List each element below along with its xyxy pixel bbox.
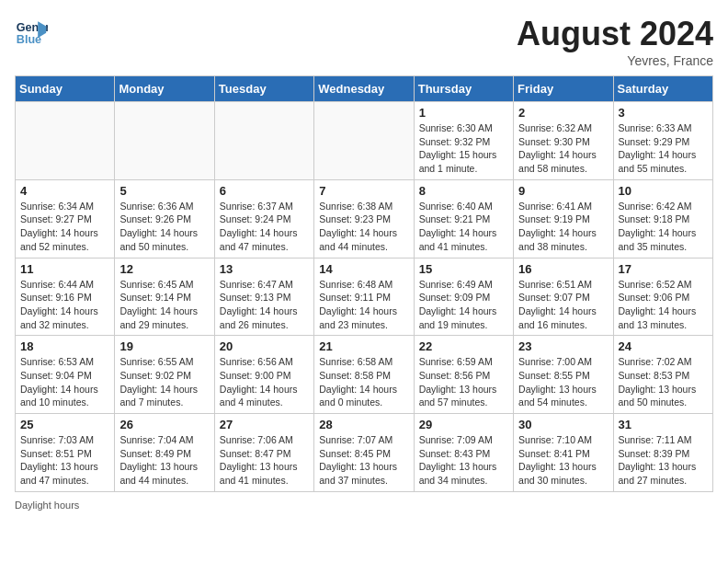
calendar-day-header: Sunday bbox=[16, 76, 115, 102]
day-info: Sunrise: 7:10 AM Sunset: 8:41 PM Dayligh… bbox=[518, 433, 608, 488]
day-number: 23 bbox=[518, 339, 608, 353]
day-info: Sunrise: 6:45 AM Sunset: 9:14 PM Dayligh… bbox=[119, 278, 209, 332]
day-info: Sunrise: 6:51 AM Sunset: 9:07 PM Dayligh… bbox=[518, 278, 608, 332]
day-number: 3 bbox=[619, 106, 708, 120]
calendar-cell: 27Sunrise: 7:06 AM Sunset: 8:47 PM Dayli… bbox=[214, 414, 313, 492]
footer-note: Daylight hours bbox=[15, 500, 713, 511]
day-info: Sunrise: 6:37 AM Sunset: 9:24 PM Dayligh… bbox=[220, 200, 309, 254]
day-number: 11 bbox=[20, 262, 109, 276]
day-number: 28 bbox=[319, 418, 408, 431]
calendar-cell: 9Sunrise: 6:41 AM Sunset: 9:19 PM Daylig… bbox=[514, 179, 613, 258]
page-header: General Blue August 2024 Yevres, France bbox=[15, 15, 713, 68]
day-number: 2 bbox=[518, 106, 608, 120]
calendar-cell: 29Sunrise: 7:09 AM Sunset: 8:43 PM Dayli… bbox=[414, 414, 513, 492]
calendar-cell: 12Sunrise: 6:45 AM Sunset: 9:14 PM Dayli… bbox=[115, 258, 214, 336]
day-info: Sunrise: 7:04 AM Sunset: 8:49 PM Dayligh… bbox=[119, 433, 209, 488]
day-info: Sunrise: 6:47 AM Sunset: 9:13 PM Dayligh… bbox=[220, 278, 309, 332]
calendar-cell: 25Sunrise: 7:03 AM Sunset: 8:51 PM Dayli… bbox=[16, 414, 115, 492]
calendar-week-row: 11Sunrise: 6:44 AM Sunset: 9:16 PM Dayli… bbox=[16, 258, 713, 336]
month-year: August 2024 bbox=[517, 15, 713, 53]
title-block: August 2024 Yevres, France bbox=[517, 15, 713, 68]
day-info: Sunrise: 6:38 AM Sunset: 9:23 PM Dayligh… bbox=[319, 200, 408, 254]
day-info: Sunrise: 6:33 AM Sunset: 9:29 PM Dayligh… bbox=[619, 121, 708, 176]
calendar-cell: 8Sunrise: 6:40 AM Sunset: 9:21 PM Daylig… bbox=[414, 179, 513, 258]
calendar-cell: 10Sunrise: 6:42 AM Sunset: 9:18 PM Dayli… bbox=[613, 179, 712, 258]
day-info: Sunrise: 6:49 AM Sunset: 9:09 PM Dayligh… bbox=[419, 278, 508, 332]
calendar-cell: 20Sunrise: 6:56 AM Sunset: 9:00 PM Dayli… bbox=[214, 336, 313, 414]
day-info: Sunrise: 7:07 AM Sunset: 8:45 PM Dayligh… bbox=[319, 433, 408, 488]
calendar-header-row: SundayMondayTuesdayWednesdayThursdayFrid… bbox=[16, 76, 713, 102]
day-info: Sunrise: 7:11 AM Sunset: 8:39 PM Dayligh… bbox=[619, 433, 708, 488]
day-number: 30 bbox=[518, 418, 608, 431]
calendar-cell: 16Sunrise: 6:51 AM Sunset: 9:07 PM Dayli… bbox=[514, 258, 613, 336]
day-info: Sunrise: 6:59 AM Sunset: 8:56 PM Dayligh… bbox=[419, 355, 508, 409]
calendar-cell: 4Sunrise: 6:34 AM Sunset: 9:27 PM Daylig… bbox=[16, 179, 115, 258]
calendar-cell: 18Sunrise: 6:53 AM Sunset: 9:04 PM Dayli… bbox=[16, 336, 115, 414]
day-number: 27 bbox=[220, 418, 309, 431]
day-number: 29 bbox=[419, 418, 508, 431]
day-number: 13 bbox=[220, 262, 309, 276]
logo: General Blue bbox=[15, 15, 48, 48]
calendar-cell: 7Sunrise: 6:38 AM Sunset: 9:23 PM Daylig… bbox=[314, 179, 414, 258]
day-info: Sunrise: 6:44 AM Sunset: 9:16 PM Dayligh… bbox=[20, 278, 109, 332]
calendar-cell: 28Sunrise: 7:07 AM Sunset: 8:45 PM Dayli… bbox=[314, 414, 414, 492]
day-info: Sunrise: 6:53 AM Sunset: 9:04 PM Dayligh… bbox=[20, 355, 109, 409]
day-info: Sunrise: 6:58 AM Sunset: 8:58 PM Dayligh… bbox=[319, 355, 408, 409]
calendar-cell bbox=[314, 102, 414, 180]
calendar-cell bbox=[16, 102, 115, 180]
calendar-cell: 3Sunrise: 6:33 AM Sunset: 9:29 PM Daylig… bbox=[613, 102, 712, 180]
calendar-cell bbox=[115, 102, 214, 180]
day-number: 7 bbox=[319, 184, 408, 198]
day-number: 8 bbox=[419, 184, 508, 198]
calendar-cell: 14Sunrise: 6:48 AM Sunset: 9:11 PM Dayli… bbox=[314, 258, 414, 336]
calendar-cell: 22Sunrise: 6:59 AM Sunset: 8:56 PM Dayli… bbox=[414, 336, 513, 414]
calendar-day-header: Monday bbox=[115, 76, 214, 102]
day-number: 1 bbox=[419, 106, 508, 120]
calendar-cell bbox=[214, 102, 313, 180]
day-number: 22 bbox=[419, 339, 508, 353]
calendar-cell: 31Sunrise: 7:11 AM Sunset: 8:39 PM Dayli… bbox=[613, 414, 712, 492]
calendar-cell: 21Sunrise: 6:58 AM Sunset: 8:58 PM Dayli… bbox=[314, 336, 414, 414]
day-info: Sunrise: 7:03 AM Sunset: 8:51 PM Dayligh… bbox=[20, 433, 109, 488]
calendar-cell: 26Sunrise: 7:04 AM Sunset: 8:49 PM Dayli… bbox=[115, 414, 214, 492]
day-number: 9 bbox=[518, 184, 608, 198]
day-info: Sunrise: 6:52 AM Sunset: 9:06 PM Dayligh… bbox=[619, 278, 708, 332]
day-number: 6 bbox=[220, 184, 309, 198]
day-number: 21 bbox=[319, 339, 408, 353]
day-number: 19 bbox=[119, 339, 209, 353]
day-number: 14 bbox=[319, 262, 408, 276]
calendar-day-header: Tuesday bbox=[214, 76, 313, 102]
calendar-cell: 17Sunrise: 6:52 AM Sunset: 9:06 PM Dayli… bbox=[613, 258, 712, 336]
calendar-cell: 15Sunrise: 6:49 AM Sunset: 9:09 PM Dayli… bbox=[414, 258, 513, 336]
calendar-week-row: 25Sunrise: 7:03 AM Sunset: 8:51 PM Dayli… bbox=[16, 414, 713, 492]
calendar-cell: 24Sunrise: 7:02 AM Sunset: 8:53 PM Dayli… bbox=[613, 336, 712, 414]
day-info: Sunrise: 7:00 AM Sunset: 8:55 PM Dayligh… bbox=[518, 355, 608, 409]
day-info: Sunrise: 6:48 AM Sunset: 9:11 PM Dayligh… bbox=[319, 278, 408, 332]
day-number: 5 bbox=[119, 184, 209, 198]
day-number: 31 bbox=[619, 418, 708, 431]
calendar-week-row: 4Sunrise: 6:34 AM Sunset: 9:27 PM Daylig… bbox=[16, 179, 713, 258]
day-number: 24 bbox=[619, 339, 708, 353]
calendar-table: SundayMondayTuesdayWednesdayThursdayFrid… bbox=[15, 75, 713, 492]
day-info: Sunrise: 6:36 AM Sunset: 9:26 PM Dayligh… bbox=[119, 200, 209, 254]
calendar-cell: 13Sunrise: 6:47 AM Sunset: 9:13 PM Dayli… bbox=[214, 258, 313, 336]
calendar-cell: 5Sunrise: 6:36 AM Sunset: 9:26 PM Daylig… bbox=[115, 179, 214, 258]
day-info: Sunrise: 6:32 AM Sunset: 9:30 PM Dayligh… bbox=[518, 121, 608, 176]
logo-icon: General Blue bbox=[15, 15, 48, 48]
svg-text:Blue: Blue bbox=[17, 33, 41, 46]
day-number: 16 bbox=[518, 262, 608, 276]
calendar-cell: 19Sunrise: 6:55 AM Sunset: 9:02 PM Dayli… bbox=[115, 336, 214, 414]
calendar-cell: 2Sunrise: 6:32 AM Sunset: 9:30 PM Daylig… bbox=[514, 102, 613, 180]
day-info: Sunrise: 6:40 AM Sunset: 9:21 PM Dayligh… bbox=[419, 200, 508, 254]
day-number: 15 bbox=[419, 262, 508, 276]
calendar-cell: 6Sunrise: 6:37 AM Sunset: 9:24 PM Daylig… bbox=[214, 179, 313, 258]
calendar-cell: 1Sunrise: 6:30 AM Sunset: 9:32 PM Daylig… bbox=[414, 102, 513, 180]
day-info: Sunrise: 7:09 AM Sunset: 8:43 PM Dayligh… bbox=[419, 433, 508, 488]
day-info: Sunrise: 6:42 AM Sunset: 9:18 PM Dayligh… bbox=[619, 200, 708, 254]
day-number: 12 bbox=[119, 262, 209, 276]
day-number: 17 bbox=[619, 262, 708, 276]
day-info: Sunrise: 6:41 AM Sunset: 9:19 PM Dayligh… bbox=[518, 200, 608, 254]
calendar-cell: 30Sunrise: 7:10 AM Sunset: 8:41 PM Dayli… bbox=[514, 414, 613, 492]
day-number: 26 bbox=[119, 418, 209, 431]
calendar-day-header: Thursday bbox=[414, 76, 513, 102]
